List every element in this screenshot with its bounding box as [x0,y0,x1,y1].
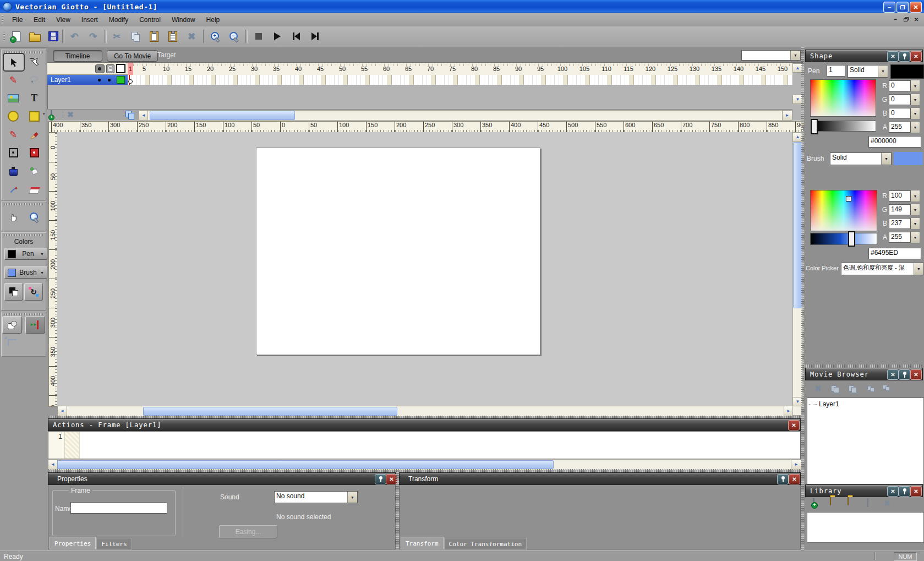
pen-style-dropdown[interactable]: Solid ▼ [848,65,888,78]
library-hide-button[interactable]: ✕ [887,486,899,497]
channel-value-input[interactable]: 0 [889,94,911,105]
open-button[interactable] [26,28,43,45]
canvas-hscrollbar-thumb[interactable] [143,407,397,416]
zoom-in-button[interactable]: + [207,28,223,45]
pen-value-slider-handle[interactable] [811,119,818,134]
current-frame-indicator[interactable]: 1 [128,63,133,75]
brush-style-dropdown[interactable]: Solid ▼ [830,152,892,165]
redo-button[interactable]: ↷ [85,28,101,45]
snap-objects-button[interactable] [2,316,22,334]
menu-item[interactable]: View [51,14,76,26]
library-new-item-button[interactable]: + [813,499,814,506]
first-frame-button[interactable] [288,28,304,45]
mdi-minimize-button[interactable]: – [891,15,900,23]
go-to-movie-button[interactable]: Go To Movie [107,50,158,62]
channel-value-input[interactable]: 0 [889,80,911,91]
pen-color-gradient[interactable] [810,79,876,117]
menu-item[interactable]: Control [134,14,166,26]
eyedropper-tool-button[interactable] [3,180,24,198]
timeline-tab-button[interactable]: Timeline [53,50,102,62]
shape-hide-button[interactable]: ✕ [887,51,899,62]
easing-button[interactable]: Easing... [219,525,277,538]
save-button[interactable] [45,28,62,45]
target-combo[interactable]: ▼ [741,50,801,61]
mdi-close-button[interactable]: ✕ [912,15,921,23]
pen-value-slider[interactable] [814,121,876,132]
minimize-button[interactable]: – [883,2,895,13]
transform-tab[interactable]: Transform [401,537,444,549]
eraser-tool-button[interactable] [24,180,45,198]
menu-item[interactable]: Modify [103,14,134,26]
registration-point-tool-button[interactable] [3,144,24,161]
play-button[interactable] [269,28,286,45]
library-delete-button[interactable]: ✖ [884,499,890,507]
ellipse-tool-button[interactable] [3,107,24,125]
properties-tab[interactable]: Filters [96,538,132,549]
add-layer-button[interactable]: + [51,111,52,118]
transform-pin-button[interactable] [777,474,789,484]
channel-value-input[interactable]: 149 [889,204,911,215]
timeline-frame-header[interactable]: 1 51015202530354045505560657075808590951… [128,63,792,75]
brush-style-arrow[interactable]: ▼ [881,153,891,165]
paste-button[interactable] [146,28,162,45]
brush-color-button[interactable]: Brush ▼ [4,266,47,279]
close-button[interactable]: ✕ [910,2,922,13]
paint-bucket-tool-button[interactable] [24,162,45,179]
copy-button[interactable] [127,28,144,45]
movie-browser-tree[interactable] [807,397,924,484]
actions-scroll-left-button[interactable]: ◄ [48,459,58,470]
channel-value-input[interactable]: 255 [889,122,911,133]
channel-spin-button[interactable]: ▼ [911,217,920,230]
rectangle-tool-button[interactable] [24,107,45,125]
layer-row[interactable]: Layer1 [47,75,128,85]
stop-button[interactable] [250,28,267,45]
menu-item[interactable]: Insert [76,14,103,26]
selection-tool-button[interactable] [3,53,25,72]
undo-button[interactable]: ↶ [66,28,83,45]
mb-delete-button[interactable]: ✖ [814,384,822,393]
color-picker-dropdown[interactable]: 色调,饱和度和亮度 - 混 ▼ [841,263,924,275]
library-close-button[interactable]: ✕ [910,486,922,497]
channel-value-input[interactable]: 100 [889,190,911,201]
transform-tab[interactable]: Color Transformation [444,538,527,549]
layer-outline-color[interactable] [117,76,125,84]
layer-lock-dot[interactable] [108,79,111,81]
show-hide-layers-icon[interactable] [95,64,105,73]
menu-item[interactable]: Edit [28,14,51,26]
channel-spin-button[interactable]: ▼ [911,231,920,243]
paste-special-button[interactable] [165,28,181,45]
channel-spin-button[interactable]: ▼ [911,190,920,202]
properties-tab[interactable]: Properties [50,537,96,549]
outline-layers-icon[interactable] [116,64,125,73]
lock-layers-icon[interactable] [106,64,114,73]
movie-browser-close-button[interactable]: ✕ [910,369,922,380]
delete-button[interactable]: ✖ [183,28,200,45]
library-edit-button[interactable] [867,499,868,506]
mdi-restore-button[interactable] [901,15,910,23]
actions-scroll-right-button[interactable]: ► [791,459,802,470]
last-frame-button[interactable] [307,28,323,45]
channel-spin-button[interactable]: ▼ [911,94,920,106]
library-pin-button[interactable] [899,486,910,497]
registration-point-red-tool-button[interactable] [24,144,45,161]
pen-color-button[interactable]: Pen ▼ [4,248,47,260]
channel-spin-button[interactable]: ▼ [911,107,920,119]
pen-hex-input[interactable]: #000000 [868,136,921,148]
brush-gradient-marker[interactable] [846,196,851,201]
channel-spin-button[interactable]: ▼ [911,204,920,216]
movie-browser-hide-button[interactable]: ✕ [887,369,899,380]
timeline-scrollbar-thumb[interactable] [150,111,295,120]
pen-style-arrow[interactable]: ▼ [878,66,888,77]
library-open-folder-button[interactable] [848,497,849,505]
pencil-tool-button[interactable]: ✎ [3,126,24,143]
actions-hscrollbar-thumb[interactable] [57,460,554,469]
brush-tool-button[interactable] [24,126,45,143]
subselection-tool-button[interactable] [24,53,45,70]
sound-dropdown[interactable]: No sound ▼ [274,491,358,503]
transform-close-button[interactable]: ✕ [789,474,800,484]
swap-colors-button[interactable]: ↻ [24,283,43,301]
brush-color-preview[interactable] [894,152,923,165]
rectangle-tool-flyout-arrow[interactable]: ▾ [43,112,45,116]
brush-value-slider[interactable] [810,233,877,245]
image-tool-button[interactable] [3,89,24,107]
